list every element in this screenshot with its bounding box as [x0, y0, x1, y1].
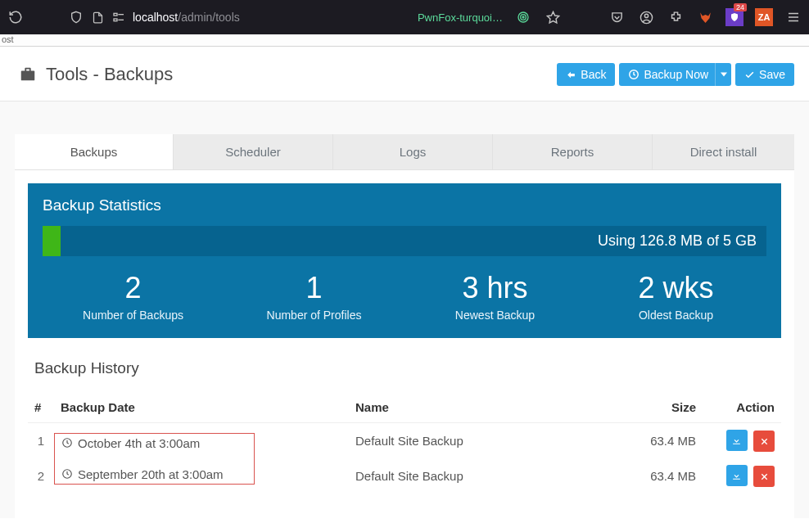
backup-now-split-button: Backup Now — [619, 63, 731, 86]
back-button-label: Back — [581, 68, 606, 81]
backup-name: Default Site Backup — [349, 423, 579, 459]
stat-profile-count: 1 Number of Profiles — [224, 271, 404, 322]
url-path: /admin/tools — [178, 11, 239, 24]
stat-oldest-backup: 2 wks Oldest Backup — [585, 271, 766, 322]
page-header: Tools - Backups Back Backup Now Save — [0, 47, 809, 101]
extensions-icon[interactable] — [667, 8, 685, 26]
stat-backup-count: 2 Number of Backups — [43, 271, 224, 322]
usage-text: Using 126.8 MB of 5 GB — [598, 232, 757, 250]
backup-size: 63.4 MB — [579, 423, 716, 459]
reload-icon[interactable] — [7, 8, 25, 26]
table-row: 1 October 4th at 3:00am September 20th a… — [28, 423, 781, 459]
toolbox-icon — [18, 65, 38, 83]
svg-point-6 — [522, 16, 524, 18]
backup-date: September 20th at 3:00am — [78, 467, 224, 481]
clock-icon — [61, 437, 73, 449]
usage-bar-fill — [43, 226, 61, 256]
download-button[interactable] — [726, 430, 748, 451]
url-host: localhost — [133, 11, 178, 24]
tab-panel: Backup Statistics Using 126.8 MB of 5 GB… — [15, 170, 794, 518]
star-icon[interactable] — [544, 8, 562, 26]
tab-scheduler[interactable]: Scheduler — [174, 134, 333, 169]
col-action: Action — [716, 392, 781, 423]
header-actions: Back Backup Now Save — [557, 63, 794, 86]
row-num: 1 — [28, 423, 54, 459]
row-num: 2 — [28, 458, 54, 494]
tab-bar: Backups Scheduler Logs Reports Direct in… — [15, 134, 794, 170]
download-button[interactable] — [726, 465, 748, 486]
usage-bar: Using 126.8 MB of 5 GB — [43, 226, 766, 256]
permissions-icon[interactable] — [111, 10, 126, 25]
purple-extension-icon[interactable]: 24 — [725, 8, 743, 26]
extension-badge-count: 24 — [734, 3, 747, 11]
page-title-text: Tools - Backups — [46, 64, 173, 85]
col-name: Name — [349, 392, 579, 423]
backup-name: Default Site Backup — [349, 458, 579, 494]
fox-icon[interactable] — [696, 8, 714, 26]
delete-button[interactable] — [753, 431, 775, 452]
shield-icon[interactable] — [69, 10, 84, 25]
extension-label[interactable]: PwnFox-turquoi… — [418, 11, 503, 24]
history-title: Backup History — [34, 359, 781, 377]
tab-direct-install[interactable]: Direct install — [653, 134, 794, 169]
page-title: Tools - Backups — [18, 64, 173, 85]
tab-reports[interactable]: Reports — [493, 134, 653, 169]
tab-logs[interactable]: Logs — [333, 134, 493, 169]
delete-button[interactable] — [753, 466, 775, 487]
stat-newest-backup: 3 hrs Newest Backup — [404, 271, 585, 322]
spiral-icon[interactable] — [514, 8, 532, 26]
secondary-tab-row: ost — [0, 34, 809, 47]
pocket-icon[interactable] — [608, 8, 626, 26]
svg-marker-7 — [547, 11, 558, 22]
hamburger-icon[interactable] — [784, 8, 802, 26]
url-display[interactable]: localhost/admin/tools — [133, 11, 240, 24]
back-button[interactable]: Back — [557, 63, 615, 86]
save-button[interactable]: Save — [735, 63, 794, 86]
backup-now-dropdown-toggle[interactable] — [715, 63, 731, 86]
backup-date: October 4th at 3:00am — [78, 436, 200, 450]
svg-rect-1 — [114, 19, 117, 21]
svg-rect-0 — [114, 13, 117, 16]
col-num: # — [28, 392, 54, 423]
stats-grid: 2 Number of Backups 1 Number of Profiles… — [43, 271, 766, 322]
col-date: Backup Date — [54, 392, 349, 423]
history-table: # Backup Date Name Size Action 1 October… — [28, 392, 781, 494]
svg-point-5 — [521, 15, 527, 20]
za-extension-icon[interactable]: ZA — [755, 8, 773, 26]
stats-title: Backup Statistics — [43, 196, 766, 214]
save-button-label: Save — [759, 68, 785, 81]
backup-now-button[interactable]: Backup Now — [619, 63, 715, 86]
browser-chrome: localhost/admin/tools PwnFox-turquoi… 24… — [0, 0, 809, 34]
svg-point-9 — [644, 14, 648, 17]
backup-size: 63.4 MB — [579, 458, 716, 494]
col-size: Size — [579, 392, 716, 423]
svg-point-4 — [518, 12, 528, 22]
backup-statistics-card: Backup Statistics Using 126.8 MB of 5 GB… — [28, 183, 781, 338]
tab-backups[interactable]: Backups — [15, 134, 174, 169]
clock-icon — [61, 468, 73, 480]
highlighted-dates: October 4th at 3:00am September 20th at … — [54, 433, 255, 485]
account-icon[interactable] — [637, 8, 655, 26]
backup-now-label: Backup Now — [644, 68, 708, 81]
content-area: Backups Scheduler Logs Reports Direct in… — [0, 101, 809, 518]
page-icon — [90, 10, 105, 25]
